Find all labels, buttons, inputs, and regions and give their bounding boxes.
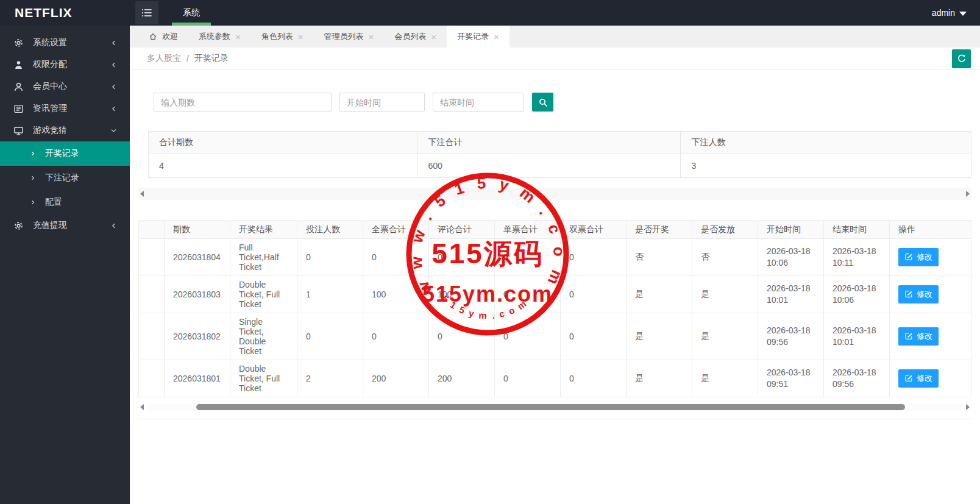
sidebar-item-资讯管理[interactable]: 资讯管理 (0, 98, 130, 119)
scrollbar-track[interactable] (147, 403, 962, 411)
user-menu[interactable]: admin (932, 8, 980, 18)
cell-period: 2026031801 (165, 360, 230, 397)
cell-action: 修改 (890, 276, 971, 313)
records-header-cell: 开奖结果 (230, 221, 297, 239)
gear-icon (13, 38, 24, 48)
sidebar: 系统设置权限分配会员中心资讯管理游戏竞猜开奖记录下注记录配置充值提现 (0, 26, 130, 504)
cell-comment_total: 0 (429, 239, 495, 276)
edit-button[interactable]: 修改 (898, 285, 939, 303)
news-icon (13, 104, 24, 114)
close-icon[interactable]: × (298, 32, 304, 41)
chevron-left-icon (110, 83, 118, 91)
tab-label: 会员列表 (394, 31, 426, 42)
search-button[interactable] (532, 93, 553, 112)
sidebar-subitem-下注记录[interactable]: 下注记录 (0, 166, 130, 190)
sidebar-menu: 系统设置权限分配会员中心资讯管理游戏竞猜开奖记录下注记录配置充值提现 (0, 32, 130, 236)
scrollbar-thumb[interactable] (196, 404, 905, 410)
cell-end_time: 2026-03-18 09:56 (824, 360, 890, 397)
period-input[interactable] (154, 93, 332, 112)
arrow-right-icon (29, 174, 37, 182)
username: admin (932, 8, 955, 18)
end-time-input[interactable] (433, 93, 524, 112)
scroll-right-icon[interactable] (966, 191, 970, 197)
cell-is_drawn: 是 (627, 313, 692, 360)
close-icon[interactable]: × (369, 32, 374, 41)
tab-label: 角色列表 (261, 31, 293, 42)
sidebar-item-label: 游戏竞猜 (33, 125, 67, 136)
close-icon[interactable]: × (494, 32, 499, 41)
edit-button[interactable]: 修改 (898, 369, 939, 388)
cell-end_time: 2026-03-18 10:11 (824, 239, 890, 276)
brand-logo: NETFLIX (0, 5, 130, 20)
tab-label: 系统参数 (199, 31, 230, 42)
close-icon[interactable]: × (235, 32, 241, 41)
table-horizontal-scrollbar-bottom[interactable] (138, 402, 971, 412)
records-header-cell (139, 221, 165, 239)
cell-single_total: 0 (495, 276, 561, 313)
scroll-left-icon[interactable] (140, 191, 144, 197)
scroll-left-icon[interactable] (140, 404, 144, 410)
start-time-input[interactable] (339, 93, 425, 112)
tab-欢迎[interactable]: 欢迎 (138, 26, 188, 48)
cell-double_total: 0 (561, 276, 627, 313)
close-icon[interactable]: × (431, 32, 436, 41)
tab-系统参数[interactable]: 系统参数× (188, 26, 251, 48)
sidebar-subitem-配置[interactable]: 配置 (0, 190, 130, 215)
cell-result: Single Ticket, Double Ticket (230, 313, 297, 360)
chevron-left-icon (110, 105, 118, 113)
sidebar-item-会员中心[interactable]: 会员中心 (0, 76, 130, 98)
edit-button[interactable]: 修改 (898, 327, 939, 346)
cell-full_total: 0 (363, 313, 429, 360)
cell-is_issued: 否 (692, 239, 758, 276)
cell-double_total: 0 (561, 360, 627, 397)
breadcrumb-current: 开奖记录 (194, 53, 229, 64)
tab-label: 开奖记录 (457, 31, 489, 42)
sidebar-toggle-button[interactable] (135, 1, 158, 24)
page-tab-bar: 欢迎系统参数×角色列表×管理员列表×会员列表×开奖记录× (130, 26, 980, 48)
records-header-cell: 结束时间 (824, 221, 890, 239)
refresh-button[interactable] (952, 49, 971, 68)
records-header-cell: 操作 (890, 221, 971, 239)
scroll-right-icon[interactable] (966, 404, 970, 410)
sidebar-subitem-label: 开奖记录 (45, 148, 79, 159)
row-index-cell (139, 360, 165, 397)
home-icon (149, 32, 157, 41)
edit-button-label: 修改 (917, 289, 932, 300)
tab-开奖记录[interactable]: 开奖记录× (447, 26, 510, 48)
tab-管理员列表[interactable]: 管理员列表× (314, 26, 385, 48)
cell-period: 2026031802 (165, 313, 230, 360)
cell-start_time: 2026-03-18 10:01 (758, 276, 824, 313)
sidebar-item-游戏竞猜[interactable]: 游戏竞猜 (0, 119, 130, 141)
records-header-cell: 双票合计 (561, 221, 627, 239)
tab-角色列表[interactable]: 角色列表× (251, 26, 314, 48)
arrow-right-icon (29, 199, 37, 206)
sidebar-item-权限分配[interactable]: 权限分配 (0, 54, 130, 76)
arrow-right-icon (29, 150, 37, 157)
edit-icon (904, 252, 913, 263)
top-nav-item-system[interactable]: 系统 (168, 0, 215, 26)
table-row: 2026031801Double Ticket, Full Ticket2200… (139, 360, 971, 397)
sidebar-item-充值提现[interactable]: 充值提现 (0, 215, 130, 236)
content-panel: 合计期数下注合计下注人数 46003 期数开奖结果投注人数全票合计评论合计单票合… (130, 70, 980, 504)
cell-start_time: 2026-03-18 10:06 (758, 239, 824, 276)
sidebar-item-系统设置[interactable]: 系统设置 (0, 32, 130, 54)
tab-会员列表[interactable]: 会员列表× (384, 26, 447, 48)
chevron-left-icon (110, 222, 118, 230)
cell-result: Double Ticket, Full Ticket (230, 360, 297, 397)
sidebar-subitem-开奖记录[interactable]: 开奖记录 (0, 141, 130, 166)
content-divider (138, 419, 971, 419)
edit-icon (904, 289, 913, 300)
cell-start_time: 2026-03-18 09:51 (758, 360, 824, 397)
cell-is_issued: 是 (692, 360, 758, 397)
gear-icon (13, 221, 24, 231)
cell-bettors: 0 (297, 313, 363, 360)
records-body: 2026031804Full Ticket,Half Ticket00000否否… (139, 239, 971, 397)
records-table: 期数开奖结果投注人数全票合计评论合计单票合计双票合计是否开奖是否发放开始时间结束… (138, 220, 971, 397)
table-horizontal-scrollbar-top[interactable] (138, 188, 971, 200)
sidebar-subitem-label: 下注记录 (45, 172, 79, 183)
edit-button[interactable]: 修改 (898, 248, 939, 266)
cell-full_total: 200 (363, 360, 429, 397)
edit-button-label: 修改 (917, 252, 932, 263)
search-icon (538, 98, 548, 107)
cell-action: 修改 (890, 313, 971, 360)
